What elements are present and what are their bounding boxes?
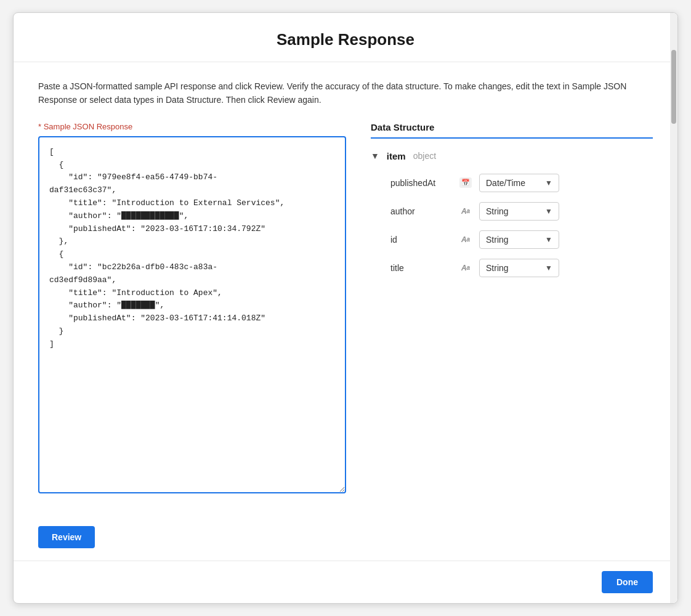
type-select-author[interactable]: String ▼: [479, 202, 559, 221]
field-name-title: title: [390, 263, 452, 273]
type-select-label-id: String: [486, 235, 540, 245]
type-select-title[interactable]: String ▼: [479, 259, 559, 277]
modal-title: Sample Response: [38, 30, 653, 49]
type-select-publishedat[interactable]: Date/Time ▼: [479, 174, 559, 192]
item-row: ▼ item object: [371, 151, 653, 161]
modal-header: Sample Response: [14, 13, 677, 62]
field-row-author: author Aa String ▼: [390, 202, 653, 221]
type-select-label-title: String: [486, 263, 540, 273]
text-icon-id: Aa: [459, 235, 472, 244]
modal-body: Paste a JSON-formatted sample API respon…: [14, 62, 677, 514]
field-row-publishedat: publishedAt 📅 Date/Time ▼: [390, 174, 653, 192]
item-name: item: [387, 151, 406, 161]
modal-container: Sample Response Paste a JSON-formatted s…: [13, 12, 678, 604]
text-icon-author: Aa: [459, 207, 472, 216]
fields-list: publishedAt 📅 Date/Time ▼ author Aa Stri…: [390, 174, 653, 277]
modal-footer: Review: [14, 514, 677, 561]
field-name-id: id: [390, 235, 452, 245]
field-row-title: title Aa String ▼: [390, 259, 653, 277]
chevron-down-icon: ▼: [545, 235, 552, 244]
type-select-label-author: String: [486, 206, 540, 216]
calendar-icon: 📅: [459, 177, 472, 188]
right-panel: Data Structure ▼ item object publishedAt…: [371, 122, 653, 496]
description: Paste a JSON-formatted sample API respon…: [38, 79, 653, 107]
chevron-down-icon: ▼: [545, 264, 552, 272]
field-name-publishedat: publishedAt: [390, 178, 452, 188]
field-name-author: author: [390, 206, 452, 216]
type-select-label-publishedat: Date/Time: [486, 178, 540, 188]
left-panel: Sample JSON Response [ { "id": "979ee8f4…: [38, 122, 346, 496]
chevron-down-icon: ▼: [545, 179, 552, 187]
modal-bottom-footer: Done: [14, 561, 677, 603]
scrollbar-thumb[interactable]: [671, 50, 676, 124]
chevron-down-icon: ▼: [545, 207, 552, 216]
type-select-id[interactable]: String ▼: [479, 230, 559, 249]
sample-json-label: Sample JSON Response: [38, 122, 346, 131]
done-button[interactable]: Done: [602, 571, 653, 593]
scrollbar-track[interactable]: [670, 13, 677, 603]
item-type: object: [413, 151, 436, 161]
content-area: Sample JSON Response [ { "id": "979ee8f4…: [38, 122, 653, 496]
review-button[interactable]: Review: [38, 526, 95, 548]
data-structure-header: Data Structure: [371, 122, 653, 139]
text-icon-title: Aa: [459, 264, 472, 272]
json-textarea[interactable]: [ { "id": "979ee8f4-ea56-4749-bb74- daf3…: [38, 136, 346, 493]
field-row-id: id Aa String ▼: [390, 230, 653, 249]
chevron-down-icon[interactable]: ▼: [371, 151, 379, 161]
